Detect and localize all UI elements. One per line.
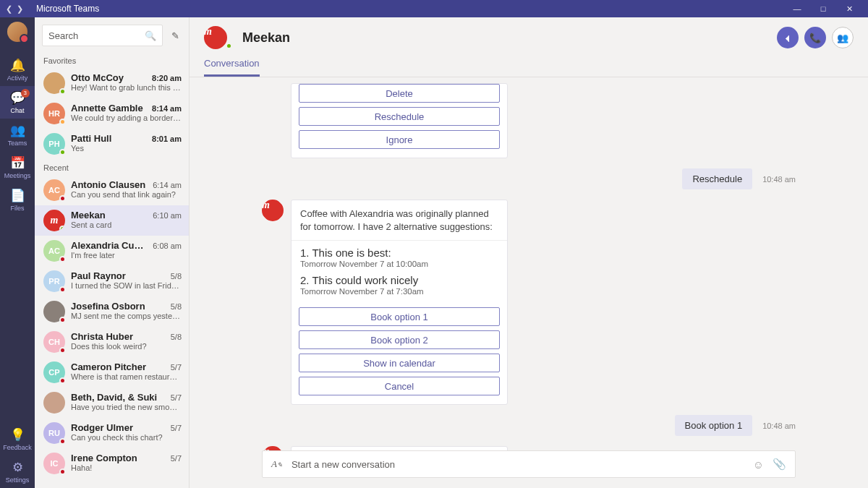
- rail-files[interactable]: 📄 Files: [0, 184, 35, 216]
- message-time: 5/7: [171, 424, 182, 432]
- card-action-button[interactable]: Cancel: [299, 377, 500, 395]
- composer[interactable]: A✎ Start a new conversation ☺ 📎: [262, 450, 796, 478]
- contact-name: Irene Compton: [71, 453, 137, 463]
- avatar: AC: [43, 179, 65, 201]
- compose-icon[interactable]: ✎: [169, 30, 182, 41]
- message-time: 8:20 am: [152, 74, 182, 82]
- tab-conversation[interactable]: Conversation: [204, 58, 260, 77]
- message-time: 10:48 am: [762, 175, 796, 184]
- chat-list-item[interactable]: PRPaul Raynor5/8I turned the SOW in last…: [35, 266, 189, 296]
- message-preview: I turned the SOW in last Friday t…: [71, 281, 182, 290]
- presence-indicator: [59, 149, 66, 155]
- audio-call-button[interactable]: 📞: [804, 27, 826, 48]
- presence-indicator: [59, 226, 66, 232]
- titlebar: ❮ ❯ Microsoft Teams ― □ ✕: [0, 0, 868, 17]
- card-action-button[interactable]: Delete: [299, 84, 500, 103]
- rail-chat[interactable]: 💬 3 Chat: [0, 86, 35, 119]
- option-title: 2. This could work nicely: [300, 274, 498, 286]
- calendar-icon: 📅: [10, 157, 25, 170]
- presence-indicator: [59, 88, 66, 95]
- chat-list-item[interactable]: HRAnnette Gamble8:14 amWe could try addi…: [35, 98, 189, 129]
- message-time: 5/8: [171, 272, 182, 281]
- chat-list-item[interactable]: ACAntonio Clausen6:14 amCan you send tha…: [35, 175, 189, 205]
- rail-label: Chat: [10, 107, 24, 114]
- avatar: [43, 392, 65, 414]
- chat-list-item[interactable]: Otto McCoy8:20 amHey! Want to grab lunch…: [35, 68, 189, 98]
- favorites-list: Otto McCoy8:20 amHey! Want to grab lunch…: [35, 68, 189, 159]
- chat-list-item[interactable]: RURodger Ulmer5/7Can you check this char…: [35, 418, 189, 448]
- card-action-button[interactable]: Reschedule: [299, 107, 500, 126]
- add-people-icon: 👥: [837, 33, 848, 43]
- teams-icon: 👥: [10, 124, 25, 137]
- chat-main: m Meekan ⏴ 📞 👥 Conversation DeleteResche…: [190, 17, 868, 488]
- contact-name: Paul Raynor: [71, 270, 126, 281]
- nav-back-icon[interactable]: ❮: [6, 4, 12, 14]
- avatar: CH: [43, 331, 65, 353]
- presence-indicator: [59, 377, 66, 384]
- section-recent: Recent: [35, 159, 189, 175]
- nav-forward-icon[interactable]: ❯: [17, 4, 23, 14]
- search-input[interactable]: Search 🔍: [42, 25, 163, 46]
- card-action-button[interactable]: Book option 1: [299, 307, 500, 326]
- chat-list-item[interactable]: CHChrista Huber5/8Does this look weird?: [35, 327, 189, 357]
- chat-list-item[interactable]: ACAlexandria Cummings6:08 amI'm free lat…: [35, 236, 189, 266]
- message-thread[interactable]: DeleteRescheduleIgnore Reschedule 10:48 …: [190, 77, 868, 450]
- rail-label: Teams: [8, 140, 27, 147]
- message-time: 8:14 am: [152, 104, 182, 113]
- format-icon[interactable]: A✎: [271, 458, 283, 470]
- chat-list-item[interactable]: PHPatti Hull8:01 amYes: [35, 129, 189, 159]
- card-action-button[interactable]: Show in calendar: [299, 354, 500, 372]
- message-time: 6:10 am: [153, 211, 182, 220]
- rail-feedback[interactable]: 💡 Feedback: [0, 423, 35, 455]
- close-button[interactable]: ✕: [836, 4, 862, 14]
- contact-name: Alexandria Cummings: [71, 240, 148, 251]
- rail-label: Files: [10, 205, 24, 212]
- rail-settings[interactable]: ⚙ Settings: [0, 455, 35, 488]
- rail-activity[interactable]: 🔔 Activity: [0, 53, 35, 86]
- rail-label: Meetings: [4, 172, 31, 179]
- chat-list-item[interactable]: mMeekan6:10 amSent a card: [35, 205, 189, 236]
- message-preview: Does this look weird?: [71, 342, 182, 351]
- maximize-button[interactable]: □: [810, 4, 836, 13]
- rail-label: Activity: [7, 74, 28, 82]
- chat-header: m Meekan ⏴ 📞 👥: [190, 17, 868, 58]
- message-time: 10:48 am: [762, 421, 796, 430]
- option-subtitle: Tomorrow November 7 at 10:00am: [300, 260, 498, 268]
- contact-name: Annette Gamble: [71, 103, 143, 114]
- me-avatar[interactable]: [7, 22, 27, 42]
- message-time: 6:14 am: [153, 181, 182, 189]
- message-preview: Yes: [71, 144, 182, 153]
- rail-teams[interactable]: 👥 Teams: [0, 119, 35, 151]
- message-preview: Can you send that link again?: [71, 190, 182, 199]
- contact-name: Meekan: [71, 210, 106, 221]
- message-preview: Where is that ramen restaurant yo…: [71, 372, 182, 381]
- card-action-button[interactable]: Book option 2: [299, 330, 500, 349]
- minimize-button[interactable]: ―: [784, 4, 810, 13]
- composer-placeholder: Start a new conversation: [292, 459, 744, 470]
- avatar: AC: [43, 240, 65, 262]
- message-time: 6:08 am: [153, 241, 182, 250]
- contact-name: Christa Huber: [71, 331, 133, 342]
- card-action-button[interactable]: Ignore: [299, 130, 500, 149]
- bot-card: DeleteRescheduleIgnore: [291, 83, 508, 158]
- message-time: 5/7: [171, 363, 182, 372]
- chat-list-item[interactable]: Beth, David, & Suki5/7Have you tried the…: [35, 388, 189, 418]
- video-icon: ⏴: [783, 33, 793, 43]
- rail-label: Feedback: [3, 444, 32, 451]
- contact-name: Beth, David, & Suki: [71, 392, 157, 403]
- chat-list-item[interactable]: ICIrene Compton5/7Haha!: [35, 448, 189, 479]
- chat-list-item[interactable]: Josefina Osborn5/8MJ sent me the comps y…: [35, 296, 189, 327]
- emoji-icon[interactable]: ☺: [753, 458, 764, 471]
- option-subtitle: Tomorrow November 7 at 7:30am: [300, 287, 498, 296]
- search-icon: 🔍: [145, 30, 156, 41]
- video-call-button[interactable]: ⏴: [777, 27, 799, 48]
- message-preview: Sent a card: [71, 221, 182, 229]
- presence-indicator: [59, 468, 66, 475]
- message-preview: Hey! Want to grab lunch this af…: [71, 83, 182, 92]
- attach-icon[interactable]: 📎: [773, 458, 786, 471]
- user-bubble: Reschedule: [682, 168, 752, 189]
- rail-meetings[interactable]: 📅 Meetings: [0, 151, 35, 184]
- app-title: Microsoft Teams: [36, 4, 784, 14]
- chat-list-item[interactable]: CPCameron Pitcher5/7Where is that ramen …: [35, 357, 189, 388]
- add-people-button[interactable]: 👥: [832, 27, 854, 48]
